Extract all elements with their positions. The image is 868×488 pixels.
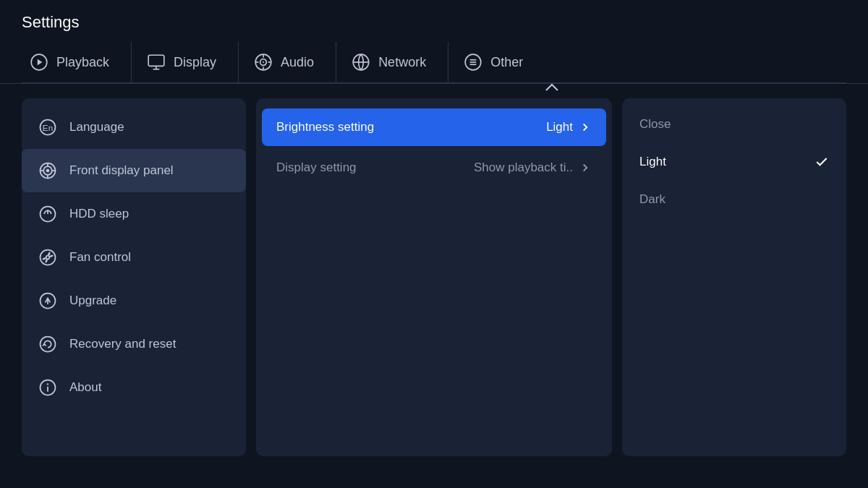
tab-display[interactable]: Display bbox=[132, 42, 239, 82]
sidebar-recovery-label: Recovery and reset bbox=[69, 337, 176, 351]
option-light-label: Light bbox=[639, 155, 666, 169]
fan-icon bbox=[36, 246, 59, 269]
tab-bar: Playback Display Audio bbox=[22, 42, 846, 83]
sidebar-item-language[interactable]: En Language bbox=[22, 106, 246, 149]
hdd-icon bbox=[36, 202, 59, 226]
brightness-label: Brightness setting bbox=[276, 120, 374, 134]
chevron-up-icon bbox=[545, 80, 559, 95]
audio-icon bbox=[253, 52, 273, 72]
chevron-right-icon bbox=[579, 121, 592, 134]
svg-text:En: En bbox=[43, 123, 53, 132]
recovery-icon bbox=[36, 333, 59, 356]
option-light[interactable]: Light bbox=[622, 143, 846, 181]
sidebar-item-front-display[interactable]: Front display panel bbox=[22, 149, 246, 192]
svg-point-36 bbox=[47, 384, 48, 385]
display-setting-row[interactable]: Display setting Show playback ti.. bbox=[262, 149, 606, 187]
sidebar-item-about[interactable]: About bbox=[22, 366, 246, 409]
header: Settings Playback Display bbox=[0, 0, 868, 83]
settings-app: Settings Playback Display bbox=[0, 0, 868, 471]
option-dark-label: Dark bbox=[639, 192, 665, 207]
tab-network-label: Network bbox=[378, 55, 426, 70]
tab-playback-label: Playback bbox=[56, 55, 109, 70]
svg-point-7 bbox=[263, 61, 264, 63]
play-icon bbox=[29, 52, 49, 72]
tab-other-label: Other bbox=[490, 55, 523, 70]
display-setting-value: Show playback ti.. bbox=[474, 160, 592, 175]
svg-point-29 bbox=[41, 250, 56, 265]
sidebar-item-fan-control[interactable]: Fan control bbox=[22, 236, 246, 279]
sidebar-item-upgrade[interactable]: Upgrade bbox=[22, 279, 246, 322]
tab-network[interactable]: Network bbox=[336, 42, 448, 82]
display-icon bbox=[146, 52, 166, 72]
option-dark[interactable]: Dark bbox=[622, 181, 846, 218]
sidebar-language-label: Language bbox=[69, 120, 124, 134]
about-icon bbox=[36, 376, 59, 399]
svg-point-30 bbox=[46, 256, 50, 260]
sidebar-item-hdd-sleep[interactable]: HDD sleep bbox=[22, 192, 246, 236]
network-icon bbox=[351, 52, 371, 72]
chevron-right-icon-2 bbox=[579, 161, 592, 174]
display-setting-value-text: Show playback ti.. bbox=[474, 160, 573, 175]
left-panel: En Language Front display panel HDD slee… bbox=[22, 98, 246, 456]
middle-panel: Brightness setting Light Display setting… bbox=[256, 98, 612, 456]
brightness-value: Light bbox=[546, 120, 592, 134]
tab-other[interactable]: Other bbox=[448, 42, 545, 82]
brightness-value-text: Light bbox=[546, 120, 573, 134]
option-close-label: Close bbox=[639, 117, 671, 132]
option-close[interactable]: Close bbox=[622, 106, 846, 143]
sidebar-front-display-label: Front display panel bbox=[69, 163, 174, 178]
svg-point-22 bbox=[46, 169, 50, 173]
brightness-setting-row[interactable]: Brightness setting Light bbox=[262, 108, 606, 146]
sidebar-hdd-label: HDD sleep bbox=[69, 207, 129, 221]
tab-playback[interactable]: Playback bbox=[22, 42, 132, 82]
page-title: Settings bbox=[22, 13, 846, 32]
sidebar-item-recovery[interactable]: Recovery and reset bbox=[22, 322, 246, 366]
right-panel: Close Light Dark bbox=[622, 98, 846, 456]
svg-marker-1 bbox=[38, 59, 43, 66]
tab-audio[interactable]: Audio bbox=[239, 42, 336, 82]
other-icon bbox=[463, 52, 483, 72]
tab-display-label: Display bbox=[174, 55, 216, 70]
sidebar-upgrade-label: Upgrade bbox=[69, 294, 116, 308]
svg-point-33 bbox=[41, 337, 56, 352]
display-setting-label: Display setting bbox=[276, 160, 357, 175]
sidebar-about-label: About bbox=[69, 380, 101, 395]
language-icon: En bbox=[36, 116, 59, 139]
content-area: En Language Front display panel HDD slee… bbox=[0, 84, 868, 471]
front-display-icon bbox=[36, 159, 59, 182]
upgrade-icon bbox=[36, 289, 59, 312]
check-icon bbox=[814, 155, 829, 169]
sidebar-fan-label: Fan control bbox=[69, 250, 131, 265]
tab-audio-label: Audio bbox=[281, 55, 314, 70]
svg-rect-2 bbox=[148, 55, 164, 66]
